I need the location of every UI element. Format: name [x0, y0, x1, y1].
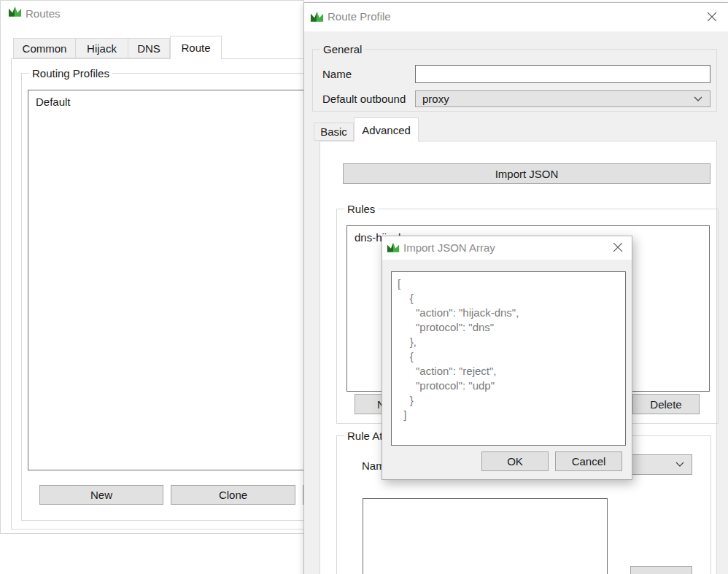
routes-window-title: Routes — [26, 7, 61, 20]
tab-common-label: Common — [23, 42, 67, 55]
rules-group-label: Rules — [344, 203, 378, 215]
profiles-listbox[interactable]: Default — [28, 90, 318, 470]
tab-advanced[interactable]: Advanced — [354, 117, 419, 141]
profiles-clone-button-label: Clone — [219, 489, 247, 501]
profile-list-item[interactable]: Default — [28, 90, 317, 108]
profiles-new-button-label: New — [90, 489, 112, 501]
routes-titlebar[interactable]: Routes — [1, 1, 303, 28]
close-icon[interactable] — [705, 10, 719, 23]
import-json-dialog: Import JSON Array [ { "action": "hijack-… — [382, 236, 632, 480]
tab-dns-label: DNS — [137, 42, 160, 55]
close-icon[interactable] — [611, 241, 624, 254]
import-json-titlebar[interactable]: Import JSON Array — [382, 236, 632, 260]
default-outbound-value: proxy — [422, 93, 449, 105]
tab-advanced-label: Advanced — [362, 124, 411, 136]
tab-basic[interactable]: Basic — [314, 123, 354, 141]
name-field[interactable] — [415, 65, 710, 83]
tab-hijack[interactable]: Hijack — [75, 38, 128, 58]
chevron-down-icon — [694, 96, 702, 102]
json-array-input[interactable]: [ { "action": "hijack-dns", "protocol": … — [391, 271, 626, 446]
route-profile-title: Route Profile — [328, 10, 391, 23]
tab-common[interactable]: Common — [13, 38, 76, 58]
chevron-down-icon — [675, 462, 684, 468]
app-crown-icon — [8, 5, 22, 20]
rule-delete-button[interactable]: Delete — [632, 394, 700, 414]
default-outbound-label: Default outbound — [322, 93, 406, 105]
rule-delete-button-label: Delete — [650, 398, 681, 411]
ok-button[interactable]: OK — [481, 451, 549, 471]
import-json-button-label: Import JSON — [495, 168, 559, 180]
routes-window: Routes Common Hijack DNS Route Routing P… — [0, 0, 304, 534]
ok-button-label: OK — [507, 455, 523, 468]
app-crown-icon — [310, 10, 324, 26]
routing-profiles-group: Routing Profiles Default New Clone — [21, 73, 314, 521]
tab-dns[interactable]: DNS — [128, 38, 170, 58]
route-profile-titlebar[interactable]: Route Profile — [304, 3, 728, 31]
rule-attr-partial-button[interactable] — [630, 566, 692, 574]
cancel-button[interactable]: Cancel — [555, 451, 622, 471]
profiles-new-button[interactable]: New — [39, 485, 163, 505]
rule-payload-textarea[interactable] — [363, 498, 608, 574]
tab-route-label: Route — [181, 42, 210, 54]
tab-hijack-label: Hijack — [87, 42, 117, 55]
general-group-label: General — [320, 43, 365, 55]
tab-basic-label: Basic — [320, 125, 347, 138]
import-json-button[interactable]: Import JSON — [343, 163, 710, 184]
profiles-clone-button[interactable]: Clone — [171, 485, 295, 505]
screen: Routes Common Hijack DNS Route Routing P… — [0, 0, 728, 574]
import-json-dialog-title: Import JSON Array — [403, 241, 495, 254]
tab-route[interactable]: Route — [170, 36, 222, 59]
general-group: General Name Default outbound proxy — [312, 49, 717, 112]
default-outbound-select[interactable]: proxy — [415, 90, 710, 107]
app-crown-icon — [387, 241, 400, 256]
name-label: Name — [322, 68, 352, 80]
routing-profiles-group-label: Routing Profiles — [29, 67, 112, 79]
cancel-button-label: Cancel — [572, 455, 606, 468]
